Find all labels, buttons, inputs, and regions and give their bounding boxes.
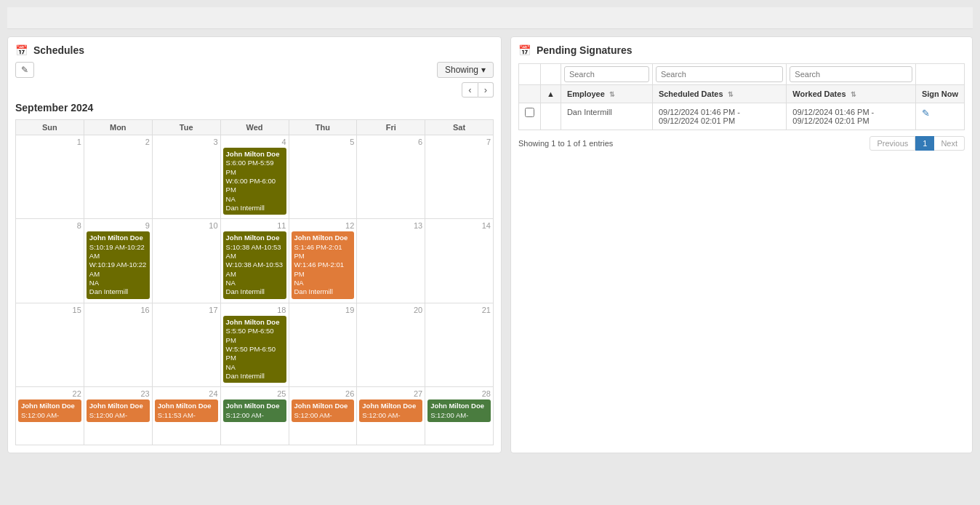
event-worked: W:1:46 PM-2:01 PM <box>294 261 344 277</box>
row-worked-cell: 09/12/2024 01:46 PM - 09/12/2024 02:01 P… <box>787 103 916 130</box>
event-block[interactable]: John Milton DoeS:5:50 PM-6:50 PMW:5:50 P… <box>223 316 286 383</box>
page-1-button[interactable]: 1 <box>915 136 934 151</box>
sign-now-button[interactable]: ✎ <box>922 108 930 119</box>
day-number: 1 <box>18 138 81 146</box>
event-block[interactable]: John Milton DoeS:10:38 AM-10:53 AMW:10:3… <box>223 231 286 298</box>
calendar-day-cell: 20 <box>357 303 425 386</box>
event-person: Dan Intermill <box>226 372 265 380</box>
row-sign-now-cell: ✎ <box>915 103 964 130</box>
pending-panel: 📅 Pending Signatures <box>510 36 973 453</box>
signatures-table-body: Dan Intermill09/12/2024 01:46 PM - 09/12… <box>519 103 965 130</box>
event-name: John Milton Doe <box>21 402 75 410</box>
day-number: 16 <box>87 306 150 314</box>
worked-search-input[interactable] <box>790 66 912 82</box>
day-number: 15 <box>18 306 81 314</box>
event-name: John Milton Doe <box>430 402 484 410</box>
schedules-title: Schedules <box>33 44 84 56</box>
event-block[interactable]: John Milton DoeS:1:46 PM-2:01 PMW:1:46 P… <box>292 231 355 298</box>
day-number: 6 <box>359 138 422 146</box>
edit-icon-button[interactable]: ✎ <box>15 62 34 78</box>
employee-search-input[interactable] <box>564 66 649 82</box>
event-scheduled: S:12:00 AM- <box>294 411 332 419</box>
pagination: Previous 1 Next <box>869 136 965 151</box>
row-sort-cell <box>541 103 561 130</box>
event-name: John Milton Doe <box>158 402 212 410</box>
day-number: 9 <box>87 221 150 230</box>
calendar-day-cell: 11John Milton DoeS:10:38 AM-10:53 AMW:10… <box>220 219 289 303</box>
calendar-icon: 📅 <box>15 44 28 56</box>
event-scheduled: S:5:50 PM-6:50 PM <box>226 327 274 343</box>
event-name: John Milton Doe <box>89 234 143 242</box>
calendar-day-cell: 4John Milton DoeS:6:00 PM-5:59 PMW:6:00 … <box>220 135 289 219</box>
day-header-sat: Sat <box>425 120 494 135</box>
calendar-week-row: 1234John Milton DoeS:6:00 PM-5:59 PMW:6:… <box>16 135 494 219</box>
sort-search-cell <box>541 64 561 85</box>
event-block[interactable]: John Milton DoeS:12:00 AM- <box>223 399 286 422</box>
calendar-day-cell: 13 <box>357 219 425 303</box>
calendar-week-row: 22John Milton DoeS:12:00 AM-23John Milto… <box>16 387 494 445</box>
row-employee-cell: Dan Intermill <box>561 103 652 130</box>
calendar-day-cell: 21 <box>425 303 494 386</box>
sign-search-cell <box>915 64 964 85</box>
calendar-day-cell: 10 <box>152 219 220 303</box>
day-header-fri: Fri <box>357 120 425 135</box>
sort-col-header[interactable]: ▲ <box>541 85 561 103</box>
event-scheduled: S:12:00 AM- <box>430 411 468 419</box>
prev-page-button[interactable]: Previous <box>869 136 915 151</box>
showing-button[interactable]: Showing <box>437 62 494 78</box>
day-number: 18 <box>223 306 286 314</box>
event-block[interactable]: John Milton DoeS:12:00 AM- <box>87 399 150 422</box>
event-block[interactable]: John Milton DoeS:11:53 AM- <box>155 399 218 422</box>
calendar-day-cell: 27John Milton DoeS:12:00 AM- <box>357 387 425 445</box>
event-scheduled: S:1:46 PM-2:01 PM <box>294 243 342 260</box>
event-block[interactable]: John Milton DoeS:12:00 AM- <box>359 399 422 422</box>
day-number: 17 <box>155 306 218 314</box>
day-number: 4 <box>223 138 286 146</box>
checkbox-col-header <box>519 85 541 103</box>
calendar-day-cell: 26John Milton DoeS:12:00 AM- <box>289 387 357 445</box>
calendar-day-cell: 9John Milton DoeS:10:19 AM-10:22 AMW:10:… <box>84 219 152 303</box>
scheduled-search-input[interactable] <box>656 66 783 82</box>
prev-month-button[interactable]: ‹ <box>462 82 478 98</box>
worked-col-header[interactable]: Worked Dates ⇅ <box>787 85 916 103</box>
event-scheduled: S:11:53 AM- <box>158 411 196 419</box>
scheduled-col-header[interactable]: Scheduled Dates ⇅ <box>652 85 786 103</box>
day-number: 21 <box>427 306 491 314</box>
day-number: 26 <box>292 389 355 398</box>
row-checkbox-cell <box>519 103 541 130</box>
event-block[interactable]: John Milton DoeS:12:00 AM- <box>18 399 81 422</box>
showing-entries-text: Showing 1 to 1 of 1 entries <box>518 139 613 148</box>
event-status: NA <box>294 279 304 287</box>
schedules-header: 📅 Schedules <box>15 44 494 56</box>
event-block[interactable]: John Milton DoeS:12:00 AM- <box>427 399 491 422</box>
calendar-day-cell: 15 <box>16 303 84 386</box>
employee-col-header[interactable]: Employee ⇅ <box>561 85 652 103</box>
event-name: John Milton Doe <box>226 234 280 242</box>
sign-now-header-label: Sign Now <box>922 90 958 98</box>
calendar-day-cell: 7 <box>425 135 494 219</box>
event-person: Dan Intermill <box>226 204 265 212</box>
scheduled-header-label: Scheduled Dates <box>659 90 723 98</box>
event-block[interactable]: John Milton DoeS:10:19 AM-10:22 AMW:10:1… <box>87 231 150 298</box>
event-worked: W:6:00 PM-6:00 PM <box>226 177 276 194</box>
day-number: 10 <box>155 221 218 230</box>
table-footer: Showing 1 to 1 of 1 entries Previous 1 N… <box>518 136 965 151</box>
employee-sort-icon: ⇅ <box>609 91 615 98</box>
event-status: NA <box>226 363 236 371</box>
day-number: 3 <box>155 138 218 146</box>
next-month-button[interactable]: › <box>478 82 494 98</box>
calendar-day-cell: 14 <box>425 219 494 303</box>
event-status: NA <box>226 195 236 203</box>
calendar-day-cell: 18John Milton DoeS:5:50 PM-6:50 PMW:5:50… <box>220 303 289 386</box>
event-block[interactable]: John Milton DoeS:6:00 PM-5:59 PMW:6:00 P… <box>223 148 286 215</box>
event-block[interactable]: John Milton DoeS:12:00 AM- <box>292 399 355 422</box>
month-label: September 2024 <box>15 102 494 114</box>
row-checkbox[interactable] <box>525 108 534 117</box>
calendar-table: SunMonTueWedThuFriSat 1234John Milton Do… <box>15 119 494 445</box>
event-scheduled: S:12:00 AM- <box>21 411 59 419</box>
next-page-button[interactable]: Next <box>934 136 965 151</box>
calendar-nav: ‹ › <box>15 82 494 98</box>
signatures-table: ▲ Employee ⇅ Scheduled Dates ⇅ Worked Da… <box>518 63 965 130</box>
event-name: John Milton Doe <box>89 402 143 410</box>
table-row: Dan Intermill09/12/2024 01:46 PM - 09/12… <box>519 103 965 130</box>
